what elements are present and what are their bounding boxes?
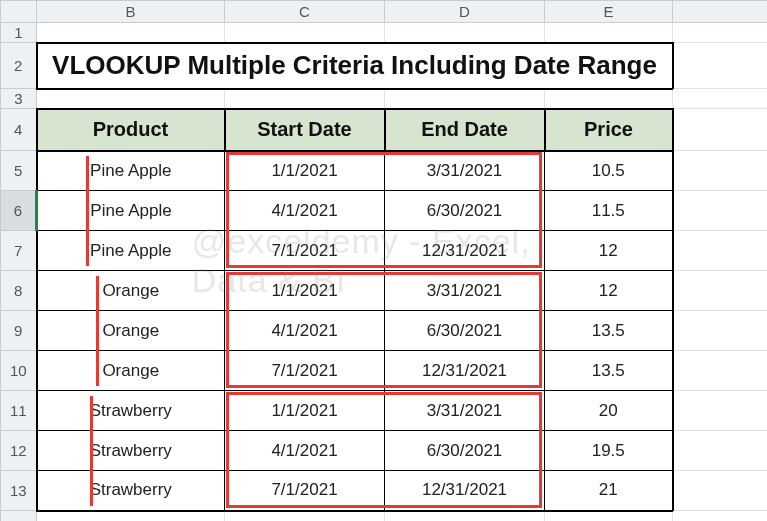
cell-F2[interactable]	[673, 43, 768, 89]
cell-end[interactable]: 12/31/2021	[385, 231, 545, 271]
row-header-9[interactable]: 9	[1, 311, 37, 351]
cell-product[interactable]: Orange	[37, 311, 225, 351]
cell-end[interactable]: 6/30/2021	[385, 431, 545, 471]
cell-price[interactable]: 12	[545, 271, 673, 311]
cell-product[interactable]: Pine Apple	[37, 191, 225, 231]
col-header-B[interactable]: B	[37, 1, 225, 23]
header-start-date[interactable]: Start Date	[225, 109, 385, 151]
cell-start[interactable]: 1/1/2021	[225, 391, 385, 431]
cell-price[interactable]: 21	[545, 471, 673, 511]
col-header-E[interactable]: E	[545, 1, 673, 23]
cell-start[interactable]: 1/1/2021	[225, 271, 385, 311]
cell-price[interactable]: 20	[545, 391, 673, 431]
cell-product[interactable]: Pine Apple	[37, 231, 225, 271]
col-header-blank[interactable]	[673, 1, 768, 23]
header-end-date[interactable]: End Date	[385, 109, 545, 151]
cell-end[interactable]: 3/31/2021	[385, 151, 545, 191]
cell-product[interactable]: Strawberry	[37, 431, 225, 471]
cell-price[interactable]: 13.5	[545, 311, 673, 351]
cell-product[interactable]: Pine Apple	[37, 151, 225, 191]
cell-blank[interactable]	[673, 151, 768, 191]
cell-blank[interactable]	[545, 511, 673, 522]
cell-end[interactable]: 6/30/2021	[385, 311, 545, 351]
cell-blank[interactable]	[225, 511, 385, 522]
row-header-4[interactable]: 4	[1, 109, 37, 151]
cell-D1[interactable]	[385, 23, 545, 43]
cell-product[interactable]: Orange	[37, 351, 225, 391]
cell-product[interactable]: Strawberry	[37, 391, 225, 431]
cell-price[interactable]: 19.5	[545, 431, 673, 471]
cell-C3[interactable]	[225, 89, 385, 109]
cell-start[interactable]: 7/1/2021	[225, 471, 385, 511]
cell-start[interactable]: 4/1/2021	[225, 311, 385, 351]
row-header-13[interactable]: 13	[1, 471, 37, 511]
cell-blank[interactable]	[673, 231, 768, 271]
cell-price[interactable]: 11.5	[545, 191, 673, 231]
cell-blank[interactable]	[673, 391, 768, 431]
row-header-11[interactable]: 11	[1, 391, 37, 431]
cell-end[interactable]: 12/31/2021	[385, 471, 545, 511]
cell-blank[interactable]	[673, 351, 768, 391]
cell-start[interactable]: 1/1/2021	[225, 151, 385, 191]
cell-D3[interactable]	[385, 89, 545, 109]
cell-price[interactable]: 10.5	[545, 151, 673, 191]
cell-B1[interactable]	[37, 23, 225, 43]
row-header-5[interactable]: 5	[1, 151, 37, 191]
cell-blank[interactable]	[673, 511, 768, 522]
row-header-10[interactable]: 10	[1, 351, 37, 391]
cell-E1[interactable]	[545, 23, 673, 43]
row-header-7[interactable]: 7	[1, 231, 37, 271]
cell-product[interactable]: Strawberry	[37, 471, 225, 511]
cell-end[interactable]: 6/30/2021	[385, 191, 545, 231]
cell-price[interactable]: 13.5	[545, 351, 673, 391]
cell-start[interactable]: 7/1/2021	[225, 231, 385, 271]
cell-start[interactable]: 4/1/2021	[225, 191, 385, 231]
row-header-3[interactable]: 3	[1, 89, 37, 109]
col-header-C[interactable]: C	[225, 1, 385, 23]
cell-end[interactable]: 3/31/2021	[385, 271, 545, 311]
cell-F3[interactable]	[673, 89, 768, 109]
cell-blank[interactable]	[673, 311, 768, 351]
cell-price[interactable]: 12	[545, 231, 673, 271]
cell-blank[interactable]	[385, 511, 545, 522]
cell-F4[interactable]	[673, 109, 768, 151]
cell-start[interactable]: 4/1/2021	[225, 431, 385, 471]
cell-B3[interactable]	[37, 89, 225, 109]
row-header-6[interactable]: 6	[1, 191, 37, 231]
row-header-1[interactable]: 1	[1, 23, 37, 43]
cell-product[interactable]: Orange	[37, 271, 225, 311]
cell-start[interactable]: 7/1/2021	[225, 351, 385, 391]
cell-end[interactable]: 3/31/2021	[385, 391, 545, 431]
header-price[interactable]: Price	[545, 109, 673, 151]
cell-E3[interactable]	[545, 89, 673, 109]
row-header-8[interactable]: 8	[1, 271, 37, 311]
row-header-12[interactable]: 12	[1, 431, 37, 471]
worksheet-grid[interactable]: B C D E 1 2 VLOOKUP Multiple Criteria In…	[0, 0, 767, 521]
cell-blank[interactable]	[37, 511, 225, 522]
row-header-blank[interactable]	[1, 511, 37, 522]
spreadsheet: B C D E 1 2 VLOOKUP Multiple Criteria In…	[0, 0, 767, 521]
col-header-D[interactable]: D	[385, 1, 545, 23]
cell-blank[interactable]	[673, 431, 768, 471]
header-product[interactable]: Product	[37, 109, 225, 151]
cell-blank[interactable]	[673, 191, 768, 231]
row-header-2[interactable]: 2	[1, 43, 37, 89]
cell-F1[interactable]	[673, 23, 768, 43]
select-all-corner[interactable]	[1, 1, 37, 23]
page-title[interactable]: VLOOKUP Multiple Criteria Including Date…	[37, 43, 673, 89]
cell-end[interactable]: 12/31/2021	[385, 351, 545, 391]
cell-C1[interactable]	[225, 23, 385, 43]
cell-blank[interactable]	[673, 271, 768, 311]
cell-blank[interactable]	[673, 471, 768, 511]
